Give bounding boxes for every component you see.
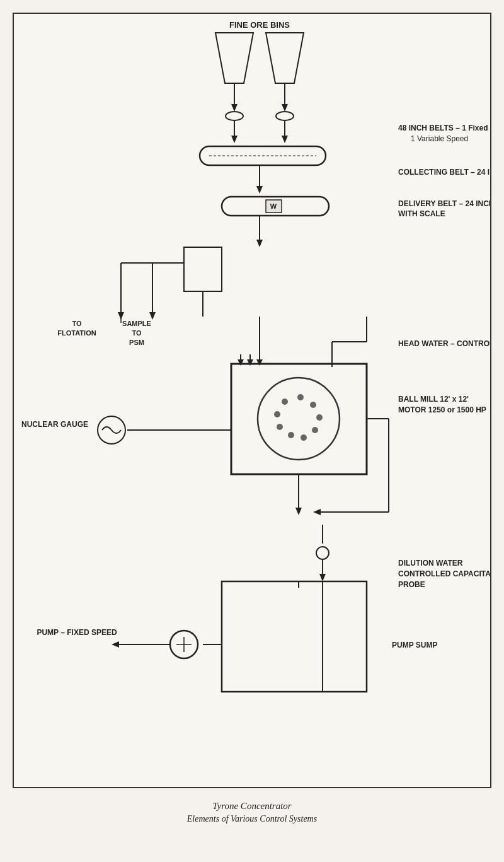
belts-48-label: 48 INCH BELTS – 1 Fixed Speed xyxy=(398,124,491,132)
svg-point-38 xyxy=(316,414,323,421)
sample-to-psm-label2: TO xyxy=(132,329,142,337)
diagram-border: FINE ORE BINS 48 INCH BELTS – 1 Fixed Sp… xyxy=(13,13,491,788)
svg-point-43 xyxy=(274,411,280,417)
fine-ore-bins-label: FINE ORE BINS xyxy=(229,20,290,30)
diagram-svg: FINE ORE BINS 48 INCH BELTS – 1 Fixed Sp… xyxy=(14,14,491,788)
caption-area: Tyrone Concentrator Elements of Various … xyxy=(13,788,491,830)
dilution-water-label: DILUTION WATER xyxy=(398,559,463,568)
with-scale-label: WITH SCALE xyxy=(398,209,445,218)
to-flotation-label2: FLOTATION xyxy=(57,329,96,337)
to-flotation-label: TO xyxy=(72,320,82,327)
sample-to-psm-label: SAMPLE xyxy=(122,320,151,327)
page: FINE ORE BINS 48 INCH BELTS – 1 Fixed Sp… xyxy=(0,0,504,862)
controlled-capacitance-label: CONTROLLED CAPACITANCE xyxy=(398,569,491,578)
head-water-label: HEAD WATER – CONTROLLED xyxy=(398,339,491,348)
collecting-belt-label: COLLECTING BELT – 24 INCH xyxy=(398,168,491,177)
delivery-belt-label: DELIVERY BELT – 24 INCH xyxy=(398,199,491,208)
nuclear-gauge-label: NUCLEAR GAUGE xyxy=(21,420,88,429)
variable-speed-label: 1 Variable Speed xyxy=(411,134,468,143)
svg-point-35 xyxy=(282,399,288,405)
sample-to-psm-label3: PSM xyxy=(129,339,144,346)
svg-point-40 xyxy=(301,434,307,441)
probe-label: PROBE xyxy=(398,580,425,589)
svg-text:W: W xyxy=(270,202,277,210)
svg-point-37 xyxy=(310,402,316,408)
pump-fixed-speed-label: PUMP – FIXED SPEED xyxy=(37,628,117,637)
caption-title: Tyrone Concentrator xyxy=(13,801,491,812)
svg-point-41 xyxy=(288,432,294,438)
svg-point-36 xyxy=(297,394,304,400)
svg-point-39 xyxy=(312,427,318,433)
svg-point-42 xyxy=(277,424,283,430)
caption-subtitle: Elements of Various Control Systems xyxy=(13,814,491,824)
pump-sump-label: PUMP SUMP xyxy=(392,641,437,649)
motor-label: MOTOR 1250 or 1500 HP xyxy=(398,405,486,414)
ball-mill-label: BALL MILL 12' x 12' xyxy=(398,395,469,404)
